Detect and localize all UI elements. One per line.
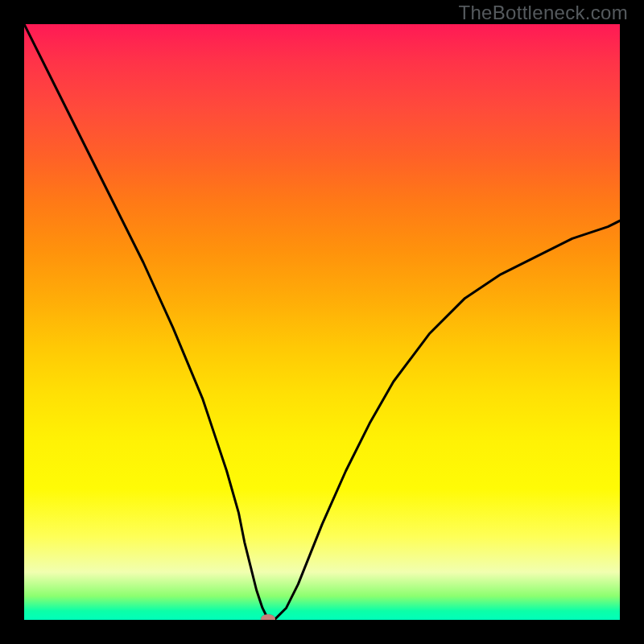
watermark-text: TheBottleneck.com (458, 2, 628, 24)
optimum-marker (261, 614, 275, 620)
bottleneck-curve (24, 24, 620, 620)
plot-area (24, 24, 620, 620)
curve-svg (24, 24, 620, 620)
chart-root: TheBottleneck.com (0, 0, 644, 644)
